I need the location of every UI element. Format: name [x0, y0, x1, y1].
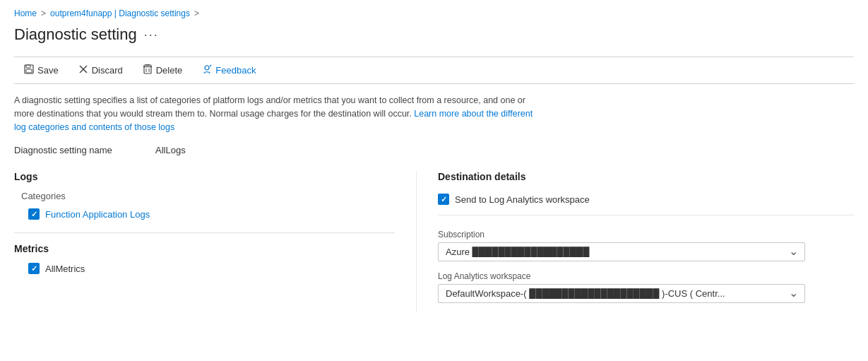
discard-button[interactable]: Discard: [69, 61, 133, 79]
workspace-select[interactable]: DefaultWorkspace-( ████████████████████ …: [438, 284, 805, 303]
description: A diagnostic setting specifies a list of…: [14, 94, 537, 134]
svg-rect-2: [26, 69, 32, 73]
function-app-logs-row: ✓ Function Application Logs: [28, 208, 395, 220]
workspace-group: Log Analytics workspace DefaultWorkspace…: [438, 271, 854, 303]
breadcrumb-resource[interactable]: outprem4funapp | Diagnostic settings: [50, 8, 190, 18]
log-analytics-label: Send to Log Analytics workspace: [455, 194, 590, 205]
subscription-label: Subscription: [438, 230, 854, 239]
save-button[interactable]: Save: [14, 61, 69, 79]
subscription-group: Subscription Azure ██████████████████: [438, 230, 854, 261]
breadcrumb-home[interactable]: Home: [14, 8, 37, 18]
svg-point-10: [205, 66, 209, 70]
log-analytics-checkbox[interactable]: ✓: [438, 194, 449, 205]
discard-icon: [78, 64, 88, 76]
right-column: Destination details ✓ Send to Log Analyt…: [417, 171, 854, 313]
page-title-row: Diagnostic setting ···: [14, 25, 854, 44]
main-content: Logs Categories ✓ Function Application L…: [14, 171, 854, 313]
page-title: Diagnostic setting: [14, 25, 137, 44]
setting-name-label: Diagnostic setting name: [14, 145, 155, 155]
metrics-section: Metrics ✓ AllMetrics: [14, 232, 395, 274]
subscription-select-wrapper: Azure ██████████████████: [438, 242, 805, 261]
save-icon: [24, 64, 34, 76]
all-metrics-checkbox[interactable]: ✓: [28, 263, 40, 274]
delete-button[interactable]: Delete: [133, 61, 193, 79]
delete-label: Delete: [156, 65, 183, 76]
save-label: Save: [37, 65, 59, 76]
feedback-button[interactable]: Feedback: [192, 61, 266, 79]
left-column: Logs Categories ✓ Function Application L…: [14, 171, 417, 313]
all-metrics-label: AllMetrics: [45, 264, 85, 274]
toolbar: Save Discard Delete: [14, 57, 854, 84]
subscription-select[interactable]: Azure ██████████████████: [438, 242, 805, 261]
all-metrics-row: ✓ AllMetrics: [28, 263, 395, 274]
more-options-icon[interactable]: ···: [144, 28, 159, 42]
metrics-section-title: Metrics: [14, 243, 395, 254]
function-app-logs-checkbox[interactable]: ✓: [28, 208, 40, 220]
setting-name-value: AllLogs: [155, 145, 186, 155]
delete-icon: [143, 64, 153, 76]
setting-name-row: Diagnostic setting name AllLogs: [14, 145, 854, 155]
svg-rect-5: [144, 65, 151, 73]
feedback-label: Feedback: [215, 65, 256, 76]
logs-section-title: Logs: [14, 171, 395, 182]
breadcrumb-sep2: >: [194, 8, 199, 18]
feedback-icon: [202, 64, 212, 76]
checkmark-icon: ✓: [31, 210, 37, 219]
workspace-select-wrapper: DefaultWorkspace-( ████████████████████ …: [438, 284, 805, 303]
checkmark-icon: ✓: [31, 264, 37, 273]
destination-section-title: Destination details: [438, 171, 854, 182]
log-analytics-row: ✓ Send to Log Analytics workspace: [438, 194, 854, 215]
workspace-label: Log Analytics workspace: [438, 271, 854, 281]
categories-label: Categories: [21, 191, 395, 201]
checkmark-icon: ✓: [441, 195, 447, 204]
breadcrumb: Home > outprem4funapp | Diagnostic setti…: [14, 8, 854, 18]
breadcrumb-sep1: >: [41, 8, 46, 18]
function-app-logs-label: Function Application Logs: [45, 209, 150, 220]
discard-label: Discard: [92, 65, 123, 76]
